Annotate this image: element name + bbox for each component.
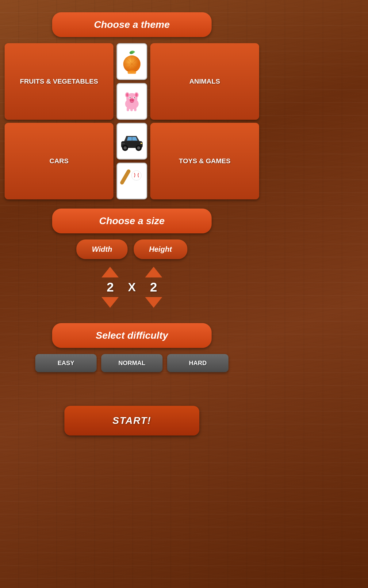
normal-button[interactable]: NORMAL bbox=[101, 354, 163, 372]
card-car bbox=[117, 123, 147, 160]
height-label: Height bbox=[149, 245, 172, 253]
card-pair-row1 bbox=[113, 43, 150, 120]
svg-point-14 bbox=[135, 93, 138, 97]
theme-fruits-btn[interactable]: FRUITS & VEGETABLES bbox=[5, 43, 113, 120]
hard-button[interactable]: HARD bbox=[167, 354, 228, 372]
fruits-label: FRUITS & VEGETABLES bbox=[20, 77, 98, 85]
width-stepper: 2 bbox=[102, 267, 119, 308]
width-height-row: Width Height bbox=[76, 239, 187, 259]
select-difficulty-header: Select difficulty bbox=[52, 323, 212, 348]
svg-rect-33 bbox=[140, 143, 142, 144]
select-difficulty-title: Select difficulty bbox=[96, 330, 168, 341]
svg-point-32 bbox=[137, 146, 140, 149]
easy-label: EASY bbox=[58, 360, 74, 366]
svg-rect-23 bbox=[130, 107, 133, 111]
theme-animals-btn[interactable]: ANIMALS bbox=[150, 43, 259, 120]
animals-label: ANIMALS bbox=[189, 77, 220, 85]
choose-theme-title: Choose a theme bbox=[94, 19, 170, 30]
svg-rect-34 bbox=[121, 143, 125, 144]
choose-theme-header: Choose a theme bbox=[52, 12, 212, 37]
svg-point-21 bbox=[132, 100, 133, 101]
theme-toys-btn[interactable]: TOYS & GAMES bbox=[150, 123, 259, 199]
start-button[interactable]: START! bbox=[64, 406, 199, 435]
width-value: 2 bbox=[104, 280, 116, 295]
car-icon bbox=[120, 130, 144, 152]
orange-icon bbox=[120, 49, 144, 74]
baseball-icon bbox=[120, 169, 144, 193]
dimension-row: 2 X 2 bbox=[102, 267, 162, 308]
difficulty-section: EASY NORMAL HARD bbox=[5, 354, 259, 372]
width-button[interactable]: Width bbox=[76, 239, 127, 259]
svg-rect-35 bbox=[120, 169, 131, 185]
card-pair-row2 bbox=[113, 123, 150, 199]
easy-button[interactable]: EASY bbox=[35, 354, 97, 372]
start-label: START! bbox=[113, 415, 151, 426]
theme-cars-btn[interactable]: CARS bbox=[5, 123, 113, 199]
x-separator: X bbox=[128, 281, 136, 294]
difficulty-buttons: EASY NORMAL HARD bbox=[5, 354, 259, 372]
svg-rect-22 bbox=[127, 107, 129, 111]
svg-point-20 bbox=[130, 100, 132, 101]
height-value: 2 bbox=[148, 280, 160, 295]
height-button[interactable]: Height bbox=[134, 239, 187, 259]
svg-rect-24 bbox=[134, 107, 136, 111]
card-pig bbox=[117, 83, 147, 120]
theme-grid: FRUITS & VEGETABLES bbox=[5, 43, 259, 199]
height-stepper: 2 bbox=[145, 267, 162, 308]
pig-icon bbox=[121, 90, 144, 113]
width-label: Width bbox=[92, 245, 112, 253]
svg-point-36 bbox=[132, 171, 141, 180]
height-down-arrow[interactable] bbox=[145, 297, 162, 308]
card-baseball bbox=[117, 163, 147, 199]
toys-label: TOYS & GAMES bbox=[179, 157, 230, 165]
svg-point-19 bbox=[129, 98, 134, 102]
svg-point-17 bbox=[129, 97, 130, 98]
width-down-arrow[interactable] bbox=[102, 297, 119, 308]
svg-point-18 bbox=[134, 97, 135, 98]
height-up-arrow[interactable] bbox=[145, 267, 162, 277]
size-controls: Width Height 2 X 2 bbox=[5, 239, 259, 311]
card-orange bbox=[117, 43, 147, 80]
normal-label: NORMAL bbox=[118, 360, 145, 366]
svg-point-30 bbox=[124, 146, 127, 149]
cars-label: CARS bbox=[49, 157, 68, 165]
choose-size-title: Choose a size bbox=[99, 215, 164, 226]
choose-size-header: Choose a size bbox=[52, 209, 212, 233]
width-up-arrow[interactable] bbox=[102, 267, 119, 277]
hard-label: HARD bbox=[189, 360, 207, 366]
svg-point-12 bbox=[126, 93, 128, 97]
